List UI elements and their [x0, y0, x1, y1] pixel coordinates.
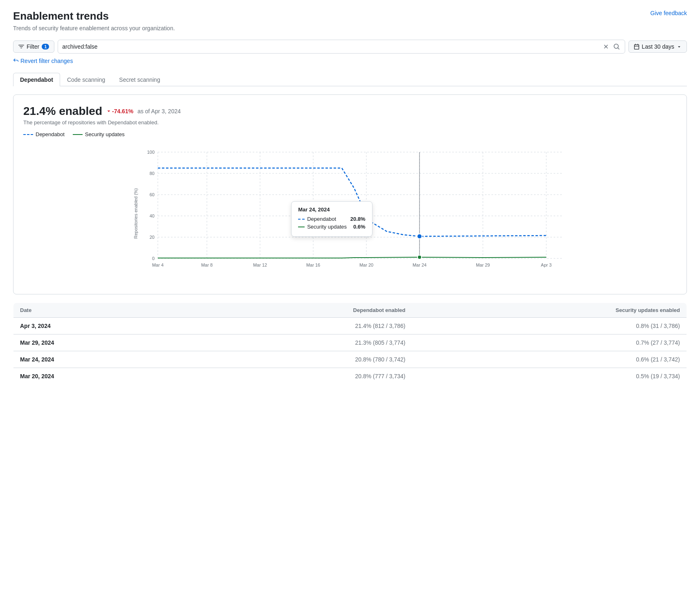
- cell-dependabot: 21.3% (805 / 3,774): [181, 334, 412, 351]
- legend-security-label: Security updates: [85, 131, 125, 137]
- cell-date: Apr 3, 2024: [13, 318, 181, 334]
- search-button[interactable]: [612, 43, 621, 51]
- cell-dependabot: 21.4% (812 / 3,786): [181, 318, 412, 334]
- svg-text:Mar 24: Mar 24: [413, 263, 426, 267]
- chart-header: 21.4% enabled -74.61% as of Apr 3, 2024 …: [23, 105, 677, 137]
- calendar-icon: [634, 44, 639, 49]
- table-row: Apr 3, 2024 21.4% (812 / 3,786) 0.8% (31…: [13, 318, 687, 334]
- cell-dependabot: 20.8% (777 / 3,734): [181, 368, 412, 385]
- svg-text:40: 40: [150, 213, 155, 218]
- filter-label: Filter: [27, 43, 39, 50]
- table-row: Mar 29, 2024 21.3% (805 / 3,774) 0.7% (2…: [13, 334, 687, 351]
- svg-text:Mar 12: Mar 12: [253, 263, 267, 267]
- legend-solid-line: [73, 134, 83, 135]
- svg-text:Mar 20: Mar 20: [359, 263, 373, 267]
- filter-bar: Filter 1 Last 30 days: [13, 40, 687, 54]
- col-header-dependabot: Dependabot enabled: [181, 303, 412, 318]
- svg-text:80: 80: [150, 171, 155, 176]
- tooltip-dot-security: [417, 255, 422, 259]
- cell-dependabot: 20.8% (780 / 3,742): [181, 351, 412, 368]
- svg-text:60: 60: [150, 192, 155, 197]
- table-header-row: Date Dependabot enabled Security updates…: [13, 303, 687, 318]
- svg-text:Mar 4: Mar 4: [152, 263, 164, 267]
- down-arrow-icon: [106, 109, 111, 114]
- clear-filter-button[interactable]: [602, 43, 610, 51]
- chart-legend: Dependabot Security updates: [23, 131, 677, 137]
- metric-change: -74.61%: [106, 108, 133, 114]
- svg-text:Mar 16: Mar 16: [306, 263, 320, 267]
- svg-text:100: 100: [147, 150, 155, 155]
- tabs-container: Dependabot Code scanning Secret scanning: [13, 72, 687, 86]
- date-filter-label: Last 30 days: [642, 43, 674, 50]
- cell-security: 0.7% (27 / 3,774): [412, 334, 687, 351]
- table-row: Mar 20, 2024 20.8% (777 / 3,734) 0.5% (1…: [13, 368, 687, 385]
- cell-security: 0.5% (19 / 3,734): [412, 368, 687, 385]
- cell-security: 0.6% (21 / 3,742): [412, 351, 687, 368]
- chart-card: 21.4% enabled -74.61% as of Apr 3, 2024 …: [13, 94, 687, 294]
- svg-text:Mar 29: Mar 29: [476, 263, 490, 267]
- metric-date: as of Apr 3, 2024: [137, 108, 181, 114]
- svg-text:0: 0: [152, 256, 155, 261]
- filter-icon: [18, 44, 24, 49]
- svg-text:Apr 3: Apr 3: [541, 263, 552, 267]
- legend-dashed-line: [23, 134, 33, 135]
- chevron-down-icon: [677, 44, 682, 49]
- date-filter-button[interactable]: Last 30 days: [628, 40, 687, 53]
- revert-icon: [13, 58, 19, 64]
- cell-date: Mar 24, 2024: [13, 351, 181, 368]
- chart-svg-wrap: Repositories enabled (%) 100 80 60 40 20…: [23, 144, 677, 284]
- tab-secret-scanning[interactable]: Secret scanning: [112, 73, 167, 86]
- legend-security: Security updates: [73, 131, 125, 137]
- legend-dependabot-label: Dependabot: [36, 131, 65, 137]
- page-header: Enablement trends Trends of security fea…: [13, 10, 687, 31]
- legend-dependabot: Dependabot: [23, 131, 65, 137]
- filter-input[interactable]: [62, 43, 599, 50]
- chart-metric: 21.4% enabled -74.61% as of Apr 3, 2024: [23, 105, 677, 118]
- filter-count: 1: [42, 44, 49, 49]
- page-subtitle: Trends of security feature enablement ac…: [13, 25, 175, 31]
- chart-svg: Repositories enabled (%) 100 80 60 40 20…: [23, 144, 677, 283]
- cell-date: Mar 20, 2024: [13, 368, 181, 385]
- col-header-date: Date: [13, 303, 181, 318]
- metric-value: 21.4% enabled: [23, 105, 102, 118]
- revert-label: Revert filter changes: [20, 58, 73, 64]
- y-axis-label: Repositories enabled (%): [133, 188, 138, 239]
- search-icon: [613, 43, 620, 50]
- table-row: Mar 24, 2024 20.8% (780 / 3,742) 0.6% (2…: [13, 351, 687, 368]
- svg-text:Mar 8: Mar 8: [201, 263, 213, 267]
- tooltip-dot-dependabot: [417, 234, 422, 239]
- cell-security: 0.8% (31 / 3,786): [412, 318, 687, 334]
- cell-date: Mar 29, 2024: [13, 334, 181, 351]
- chart-description: The percentage of repositories with Depe…: [23, 119, 677, 126]
- clear-icon: [603, 43, 609, 50]
- filter-input-wrap: [58, 40, 625, 54]
- filter-button[interactable]: Filter 1: [13, 40, 54, 53]
- tab-dependabot[interactable]: Dependabot: [13, 73, 60, 86]
- tab-code-scanning[interactable]: Code scanning: [60, 73, 112, 86]
- give-feedback-link[interactable]: Give feedback: [651, 10, 687, 16]
- svg-text:20: 20: [150, 235, 155, 240]
- revert-filter-link[interactable]: Revert filter changes: [13, 58, 687, 64]
- data-table: Date Dependabot enabled Security updates…: [13, 303, 687, 385]
- col-header-security: Security updates enabled: [412, 303, 687, 318]
- header-left: Enablement trends Trends of security fea…: [13, 10, 175, 31]
- page-title: Enablement trends: [13, 10, 175, 22]
